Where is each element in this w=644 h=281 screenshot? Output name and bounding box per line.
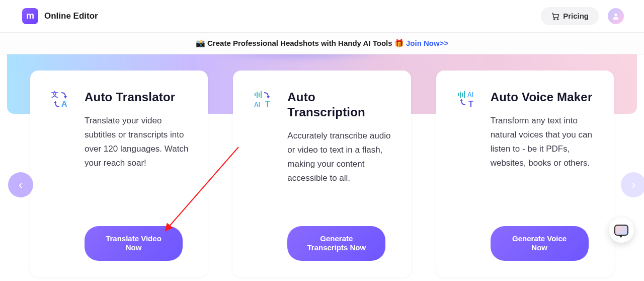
header-right: Pricing xyxy=(541,7,624,25)
card-title: Auto Voice Maker xyxy=(491,90,595,105)
banner-emoji-left: 📸 xyxy=(196,39,205,47)
chevron-right-icon: › xyxy=(631,178,635,192)
svg-marker-19 xyxy=(460,99,463,101)
pricing-button[interactable]: Pricing xyxy=(541,7,599,25)
card-body: Auto Voice Maker Transform any text into… xyxy=(491,90,595,261)
svg-text:文: 文 xyxy=(51,90,58,98)
voice-maker-icon: AI T xyxy=(455,90,477,112)
svg-text:AI: AI xyxy=(467,91,473,98)
logo-letter: m xyxy=(26,11,34,21)
svg-text:T: T xyxy=(265,100,270,108)
top-header: m Online Editor Pricing xyxy=(0,0,644,32)
chevron-left-icon: ‹ xyxy=(19,178,23,192)
card-title: Auto Transcription xyxy=(287,90,391,120)
app-title: Online Editor xyxy=(44,11,98,21)
svg-point-2 xyxy=(614,13,617,16)
transcription-icon: AI T xyxy=(252,90,274,112)
promo-banner: 📸 Create Professional Headshots with Han… xyxy=(0,32,644,54)
carousel-prev-button[interactable]: ‹ xyxy=(8,172,33,197)
card-desc: Translate your video subtitles or transc… xyxy=(85,114,189,170)
card-body: Auto Transcription Accurately transcribe… xyxy=(287,90,391,261)
card-auto-translator: 文 A Auto Translator Translate your video… xyxy=(30,71,208,277)
card-title: Auto Translator xyxy=(85,90,189,105)
generate-voice-button[interactable]: Generate Voice Now xyxy=(491,226,589,261)
card-desc: Transform any text into natural voices t… xyxy=(491,114,595,170)
chat-widget-button[interactable] xyxy=(609,218,634,243)
logo-wrap[interactable]: m Online Editor xyxy=(22,8,98,24)
card-body: Auto Translator Translate your video sub… xyxy=(85,90,189,261)
pricing-label: Pricing xyxy=(563,12,589,20)
svg-point-0 xyxy=(554,18,555,19)
svg-marker-4 xyxy=(64,96,67,99)
avatar-button[interactable] xyxy=(608,8,624,24)
translator-icon: 文 A xyxy=(49,90,71,112)
banner-link[interactable]: Join Now>> xyxy=(406,39,448,47)
svg-marker-11 xyxy=(267,96,270,99)
svg-point-1 xyxy=(557,18,558,19)
cards-row: 文 A Auto Translator Translate your video… xyxy=(0,71,644,277)
card-auto-voice-maker: AI T Auto Voice Maker Transform any text… xyxy=(436,71,614,277)
carousel-next-button[interactable]: › xyxy=(621,172,644,197)
card-desc: Accurately transcribe audio or video to … xyxy=(287,129,391,185)
card-auto-transcription: AI T Auto Transcription Accurately trans… xyxy=(233,71,411,277)
generate-transcripts-button[interactable]: Generate Transcripts Now xyxy=(287,226,385,261)
chat-icon xyxy=(614,225,628,236)
translate-video-button[interactable]: Translate Video Now xyxy=(85,226,183,261)
banner-text: Create Professional Headshots with Handy… xyxy=(207,39,392,47)
svg-text:A: A xyxy=(61,100,67,108)
svg-marker-5 xyxy=(54,101,57,103)
svg-text:AI: AI xyxy=(254,101,260,108)
cart-icon xyxy=(551,12,560,21)
svg-text:T: T xyxy=(468,100,473,108)
banner-emoji-right: 🎁 xyxy=(394,39,404,47)
logo-icon: m xyxy=(22,8,38,24)
user-icon xyxy=(612,12,620,20)
